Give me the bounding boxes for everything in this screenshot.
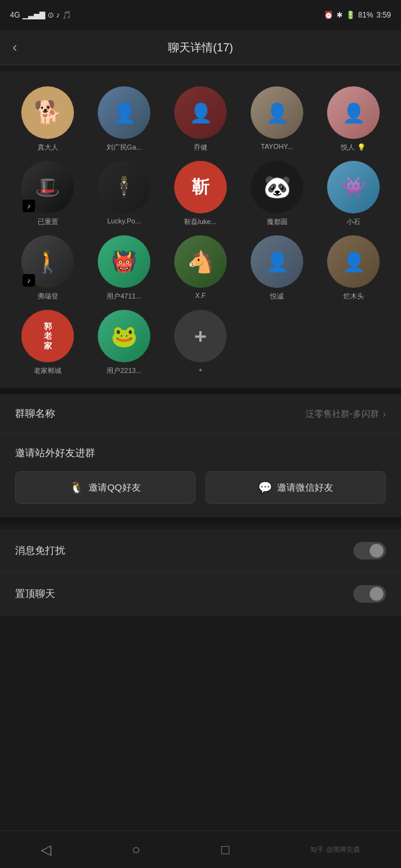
member-item[interactable]: 🕴Lucky.Po... — [89, 161, 159, 227]
member-item[interactable]: 郭老家老家郸城 — [13, 310, 83, 375]
member-name: TAYOHY... — [251, 143, 303, 150]
member-name: + — [174, 366, 227, 374]
invite-title: 邀请站外好友进群 — [15, 447, 386, 460]
status-left: 4G ▁▃▅▇ ⊙ ♪ 🎵 — [10, 11, 71, 19]
bottom-nav: ◁ ○ □ 知乎 @黑啤先森 — [0, 830, 401, 868]
member-name: 小石 — [327, 217, 380, 227]
wifi-bars: ▁▃▅▇ — [23, 11, 45, 19]
invite-section: 邀请站外好友进群 🐧 邀请QQ好友 💬 邀请微信好友 — [0, 434, 401, 517]
top-chat-row: 置顶聊天 — [0, 573, 401, 616]
member-name: 悦人 💡 — [327, 143, 380, 152]
member-item[interactable]: 👹用户4711... — [89, 235, 159, 301]
qq-icon: 🐧 — [70, 481, 83, 494]
member-item[interactable]: 🐕真大人 — [13, 86, 83, 152]
dnd-toggle[interactable] — [353, 542, 386, 559]
status-right: ⏰ ✱ 🔋 81% 3:59 — [324, 11, 391, 19]
zhihu-credit: 知乎 @黑啤先森 — [310, 845, 360, 854]
member-name: 真大人 — [21, 143, 74, 152]
member-name: 用户2213... — [98, 366, 150, 375]
member-name: 靳磊luke... — [174, 217, 227, 227]
group-name-row[interactable]: 群聊名称 泛零售社群-多闪群 › — [0, 394, 401, 434]
wechat-icon: 💬 — [258, 481, 272, 494]
member-item[interactable]: 靳靳磊luke... — [165, 161, 236, 227]
clock: 3:59 — [377, 11, 391, 19]
member-item[interactable]: 👤乔健 — [165, 86, 236, 152]
invite-wechat-label: 邀请微信好友 — [277, 482, 333, 494]
invite-wechat-button[interactable]: 💬 邀请微信好友 — [206, 471, 386, 504]
member-name: 弗瑞登 — [21, 292, 74, 301]
member-item[interactable]: 👤刘广民Ga... — [89, 86, 159, 152]
member-item[interactable]: 🐼魔都圆 — [242, 161, 312, 227]
header: ‹ 聊天详情(17) — [0, 30, 401, 65]
nav-back-button[interactable]: ◁ — [41, 842, 51, 858]
status-bar: 4G ▁▃▅▇ ⊙ ♪ 🎵 ⏰ ✱ 🔋 81% 3:59 — [0, 0, 401, 30]
chevron-right-icon: › — [383, 409, 386, 420]
member-item[interactable]: 👤TAYOHY... — [242, 86, 312, 152]
toggle-section: 消息免打扰 置顶聊天 — [0, 529, 401, 616]
member-name: 烂木头 — [327, 292, 380, 301]
divider-2 — [0, 517, 401, 523]
member-item[interactable]: ++ — [165, 310, 236, 375]
nav-recent-button[interactable]: □ — [221, 842, 229, 858]
member-name: X.F — [174, 292, 227, 299]
members-section: 🐕真大人👤刘广民Ga...👤乔健👤TAYOHY...👤悦人 💡🎩♪已重置🕴Luc… — [0, 71, 401, 388]
extra-icons: ⊙ ♪ 🎵 — [48, 11, 71, 19]
nav-home-button[interactable]: ○ — [132, 842, 140, 858]
member-name: 老家郸城 — [21, 366, 74, 375]
battery-icon: 🔋 — [346, 11, 355, 19]
member-item[interactable]: 🐸用户2213... — [89, 310, 159, 375]
member-name: 已重置 — [21, 217, 74, 227]
dnd-label: 消息免打扰 — [15, 544, 65, 558]
dnd-row: 消息免打扰 — [0, 529, 401, 573]
members-grid: 🐕真大人👤刘广民Ga...👤乔健👤TAYOHY...👤悦人 💡🎩♪已重置🕴Luc… — [13, 86, 388, 375]
top-chat-label: 置顶聊天 — [15, 588, 55, 601]
member-name: 悦诚 — [251, 292, 303, 301]
member-name: 魔都圆 — [251, 217, 303, 227]
member-name: 乔健 — [174, 143, 227, 152]
signal-icon: 4G — [10, 11, 20, 19]
invite-buttons: 🐧 邀请QQ好友 💬 邀请微信好友 — [15, 471, 386, 504]
bluetooth-icon: ✱ — [336, 11, 343, 19]
group-name-value: 泛零售社群-多闪群 › — [306, 409, 386, 420]
member-name: 刘广民Ga... — [98, 143, 150, 152]
member-item[interactable]: 👤悦诚 — [242, 235, 312, 301]
member-item[interactable]: 🐴X.F — [165, 235, 236, 301]
member-name: 用户4711... — [98, 292, 150, 301]
invite-qq-button[interactable]: 🐧 邀请QQ好友 — [15, 471, 195, 504]
battery-percent: 81% — [358, 11, 373, 19]
invite-qq-label: 邀请QQ好友 — [88, 482, 140, 494]
group-name-label: 群聊名称 — [15, 407, 55, 421]
divider-1 — [0, 388, 401, 394]
member-item[interactable]: 👤烂木头 — [318, 235, 388, 301]
member-item[interactable]: 👾小石 — [318, 161, 388, 227]
alarm-icon: ⏰ — [324, 11, 333, 19]
settings-section: 群聊名称 泛零售社群-多闪群 › 邀请站外好友进群 🐧 邀请QQ好友 💬 邀请微… — [0, 394, 401, 517]
page-title: 聊天详情(17) — [168, 40, 233, 55]
member-name: Lucky.Po... — [98, 217, 150, 225]
member-item[interactable]: 👤悦人 💡 — [318, 86, 388, 152]
member-item[interactable]: 🚶♪弗瑞登 — [13, 235, 83, 301]
member-item[interactable]: 🎩♪已重置 — [13, 161, 83, 227]
top-chat-toggle[interactable] — [353, 585, 386, 603]
back-button[interactable]: ‹ — [13, 39, 17, 56]
